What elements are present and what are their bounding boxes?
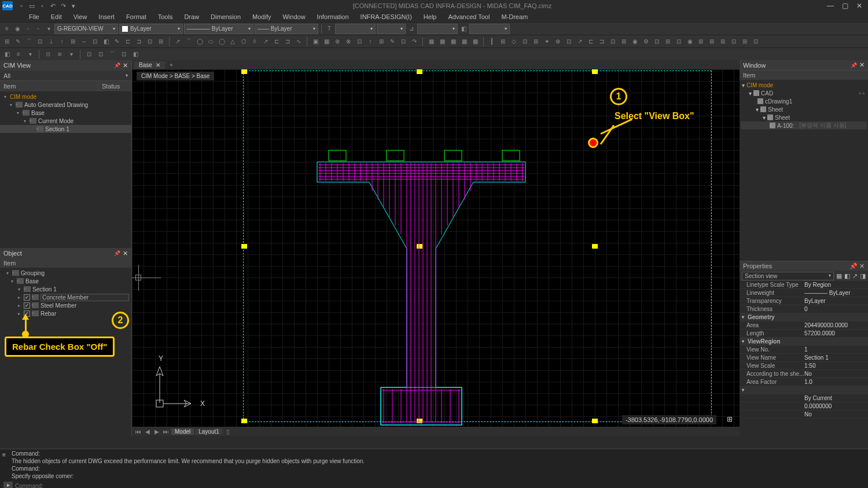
tool-icon[interactable]: ◧ <box>459 24 468 34</box>
pin-icon[interactable]: 📌 <box>849 263 858 270</box>
add-tab-icon[interactable]: + <box>166 61 176 68</box>
tree-row-selected[interactable]: ▫A-100: [뷰영역 이름 사용] <box>741 121 867 130</box>
tool-icon[interactable]: ⚙ <box>641 37 650 46</box>
tool-icon[interactable]: ⊡ <box>145 37 155 46</box>
dropdown-icon[interactable]: ▾ <box>69 2 78 10</box>
tool-icon[interactable]: ▦ <box>426 37 436 46</box>
grid-toggle-icon[interactable]: ⊞ <box>727 415 736 424</box>
tool-icon[interactable]: ↕ <box>366 37 375 46</box>
linetype-select[interactable]: ———— ByLayer▾ <box>184 24 253 34</box>
select[interactable]: ▾ <box>469 24 510 34</box>
selection-handle[interactable] <box>592 419 598 423</box>
prop-category[interactable]: ▾ <box>740 386 868 394</box>
tool-icon[interactable]: ⊞ <box>68 37 78 46</box>
tree-row[interactable]: ▾CIM mode <box>741 81 867 89</box>
tool-icon[interactable]: ⊡ <box>520 37 529 46</box>
save-icon[interactable]: ▫ <box>38 2 46 10</box>
tab-layout1[interactable]: Layout1 <box>195 428 223 435</box>
tool-icon[interactable]: ▫ <box>34 24 43 34</box>
close-icon[interactable]: ✕ <box>123 250 128 257</box>
menu-view[interactable]: View <box>68 12 93 21</box>
selection-handle[interactable] <box>592 69 598 74</box>
tool-icon[interactable]: ⬭ <box>206 37 215 46</box>
tool-icon[interactable]: ⌒ <box>24 37 34 46</box>
tool-icon[interactable]: ⊥ <box>46 37 56 46</box>
tool-icon[interactable]: ⊡ <box>399 37 408 46</box>
tool-icon[interactable]: ✎ <box>13 37 23 46</box>
tool-icon[interactable]: △ <box>228 37 237 46</box>
tool-icon[interactable]: ◧ <box>2 50 12 59</box>
menu-modify[interactable]: Modify <box>247 12 277 21</box>
tool-icon[interactable]: ▾ <box>67 50 76 59</box>
tool-icon[interactable]: ▫ <box>23 24 32 34</box>
tool-icon[interactable]: ⊿ <box>407 24 416 34</box>
tool-icon[interactable]: ⊡ <box>608 37 617 46</box>
tool-icon[interactable]: ↗ <box>575 37 584 46</box>
prop-category[interactable]: ▾Geometry <box>740 313 868 321</box>
tree-row-concrete[interactable]: ▸✓▫Concrete Member <box>0 293 131 301</box>
tool-icon[interactable]: ◯ <box>217 37 226 46</box>
tool-icon[interactable]: ⊞ <box>663 37 672 46</box>
tree-row-rebar[interactable]: ▸✓▫Rebar <box>0 309 131 317</box>
redo-icon[interactable]: ↷ <box>59 2 67 10</box>
tool-icon[interactable]: ⊡ <box>674 37 683 46</box>
prop-row[interactable]: TransparencyByLayer <box>740 297 868 305</box>
tool-icon[interactable]: ▦ <box>448 37 458 46</box>
tab-close-icon[interactable]: ✕ <box>156 62 160 68</box>
tool-icon[interactable]: ⊐ <box>134 37 144 46</box>
next-icon[interactable]: ▶ <box>153 428 161 435</box>
maximize-icon[interactable]: ▢ <box>842 2 848 10</box>
tool-icon[interactable]: ↗ <box>173 37 182 46</box>
checkbox[interactable]: ✓ <box>24 294 30 301</box>
object-type-select[interactable]: Section view ▾ <box>742 272 834 280</box>
tool-icon[interactable]: ⊞ <box>2 37 12 46</box>
menu-format[interactable]: Format <box>120 12 152 21</box>
menu-edit[interactable]: Edit <box>45 12 68 21</box>
prop-row[interactable]: Area Factor1.0 <box>740 378 868 386</box>
tool-icon[interactable]: ◊ <box>250 37 259 46</box>
tool-icon[interactable]: ≡ <box>14 50 23 59</box>
prop-row[interactable]: View NameSection 1 <box>740 354 868 362</box>
tool-icon[interactable]: ⊡ <box>90 37 100 46</box>
tool-icon[interactable]: ◯ <box>195 37 204 46</box>
selection-handle[interactable] <box>241 244 247 249</box>
tool-icon[interactable]: ↗ <box>261 37 270 46</box>
prop-icon[interactable]: ▦ <box>836 272 842 280</box>
tool-icon[interactable]: ┃ <box>487 37 496 46</box>
tool-icon[interactable]: ⌒ <box>108 50 117 59</box>
close-icon[interactable]: ✕ <box>859 263 865 270</box>
pin-icon[interactable]: 📌 <box>851 62 857 68</box>
last-icon[interactable]: ⏭ <box>162 428 170 435</box>
prop-icon[interactable]: ◨ <box>860 272 866 280</box>
prop-icon[interactable]: ↗ <box>852 272 858 280</box>
prop-row[interactable]: No <box>740 411 868 419</box>
selection-handle[interactable] <box>592 244 598 249</box>
menu-help[interactable]: Help <box>418 12 443 21</box>
filter-dropdown[interactable]: All▾ <box>0 71 131 81</box>
tool-icon[interactable]: ≋ <box>55 50 64 59</box>
tree-row[interactable]: ▾▫Base <box>0 109 131 117</box>
scroll-icon[interactable]: ▯ <box>224 428 232 435</box>
tool-icon[interactable]: ⊞ <box>619 37 628 46</box>
menu-file[interactable]: File <box>23 12 45 21</box>
close-icon[interactable]: ✕ <box>123 62 128 69</box>
tool-icon[interactable]: ⊞ <box>740 37 749 46</box>
tool-icon[interactable]: ◉ <box>685 37 694 46</box>
tool-icon[interactable]: ⊏ <box>586 37 595 46</box>
selection-handle[interactable] <box>417 69 422 74</box>
tool-icon[interactable]: ⬡ <box>239 37 248 46</box>
tree-row[interactable]: ▾▫Base <box>0 277 131 285</box>
selection-handle[interactable] <box>241 69 247 74</box>
tool-icon[interactable]: ⊛ <box>553 37 562 46</box>
menu-insert[interactable]: Insert <box>93 12 120 21</box>
tree-row[interactable]: ▾▫Section 1 <box>0 285 131 293</box>
tool-icon[interactable]: ▦ <box>459 37 469 46</box>
tool-icon[interactable]: ⊞ <box>156 37 165 46</box>
tree-row[interactable]: ▾▫CAD▫ ▫ <box>741 89 867 97</box>
menu-window[interactable]: Window <box>277 12 311 21</box>
tree-row[interactable]: ▾▫Grouping <box>0 269 131 277</box>
prop-icon[interactable]: ◧ <box>844 272 850 280</box>
lineweight-select[interactable]: —— ByLayer▾ <box>255 24 318 34</box>
dim-select[interactable]: ▾ <box>377 24 406 34</box>
tool-icon[interactable]: ◉ <box>13 24 22 34</box>
